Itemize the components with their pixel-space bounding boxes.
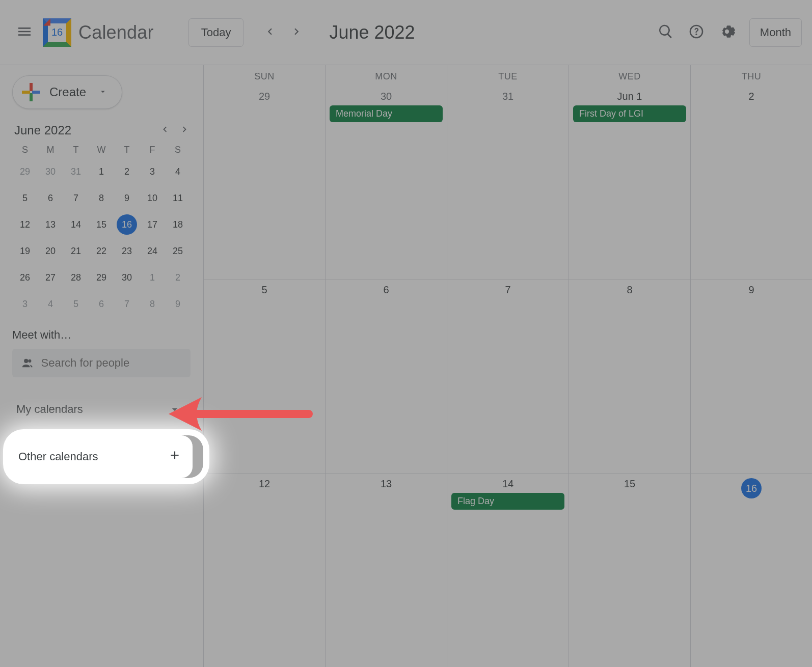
meet-with-search[interactable] [12,349,191,377]
mini-day[interactable]: 23 [117,241,137,261]
day-cell[interactable]: 15 [569,474,690,667]
header-date-title: June 2022 [329,22,415,43]
mini-day[interactable]: 21 [66,241,86,261]
day-number: 13 [381,478,392,490]
mini-day[interactable]: 31 [66,161,86,182]
my-calendars-header[interactable]: My calendars [12,398,185,421]
mini-day[interactable]: 26 [15,267,35,288]
prev-month-button[interactable] [258,20,281,45]
mini-day[interactable]: 30 [40,161,61,182]
mini-day[interactable]: 29 [15,161,35,182]
view-switcher[interactable]: Month [749,18,802,47]
day-cell[interactable]: 13 [325,474,447,667]
mini-day[interactable]: 30 [117,267,137,288]
other-calendars-header[interactable]: Other calendars [9,435,193,478]
mini-day[interactable]: 19 [15,241,35,261]
mini-day[interactable]: 11 [168,188,188,208]
event-chip[interactable]: First Day of LGI [573,105,686,122]
main-menu-button[interactable] [10,17,39,48]
add-other-calendar-button[interactable] [168,449,181,465]
mini-day[interactable]: 4 [168,161,188,182]
day-cell[interactable]: Jun 1First Day of LGI [569,87,690,280]
app-header: 16 Calendar Today June 2022 Month [0,0,812,65]
day-cell[interactable]: 9 [690,280,812,473]
mini-day[interactable]: 17 [142,214,163,235]
mini-day[interactable]: 12 [15,214,35,235]
mini-day[interactable]: 8 [91,188,112,208]
mini-day[interactable]: 9 [168,294,188,314]
mini-dow: S [12,145,38,155]
mini-dow: F [140,145,165,155]
day-number: 31 [502,91,513,102]
mini-day[interactable]: 24 [142,241,163,261]
mini-day[interactable]: 7 [66,188,86,208]
event-chip[interactable]: Memorial Day [330,105,443,122]
mini-day[interactable]: 10 [142,188,163,208]
today-button[interactable]: Today [188,18,244,47]
mini-day[interactable]: 1 [142,267,163,288]
mini-day[interactable]: 14 [66,214,86,235]
mini-day[interactable]: 3 [142,161,163,182]
app-name: Calendar [78,22,154,43]
day-cell[interactable]: 16 [690,474,812,667]
mini-prev-month[interactable] [159,124,170,137]
create-dropdown-caret [98,85,107,99]
app-logo[interactable]: 16 Calendar [43,18,154,47]
day-number: 5 [261,284,267,296]
mini-day[interactable]: 13 [40,214,61,235]
meet-with-input[interactable] [41,356,181,370]
day-cell[interactable]: 2 [690,87,812,280]
help-button[interactable] [688,23,705,42]
mini-day[interactable]: 5 [15,188,35,208]
day-cell[interactable]: 31 [447,87,569,280]
mini-day[interactable]: 2 [168,267,188,288]
mini-day[interactable]: 16 [117,214,137,235]
next-month-button[interactable] [285,20,309,45]
mini-day[interactable]: 8 [142,294,163,314]
mini-day[interactable]: 1 [91,161,112,182]
people-icon [21,356,34,370]
mini-day[interactable]: 6 [40,188,61,208]
search-button[interactable] [658,23,674,42]
day-cell[interactable]: 14Flag Day [447,474,569,667]
mini-day[interactable]: 5 [66,294,86,314]
day-cell[interactable]: 12 [203,474,325,667]
mini-calendar-title: June 2022 [12,123,71,137]
mini-day[interactable]: 7 [117,294,137,314]
day-cell[interactable]: 29 [203,87,325,280]
mini-dow: M [38,145,63,155]
create-button[interactable]: Create [12,75,122,109]
mini-day[interactable]: 9 [117,188,137,208]
mini-dow: T [114,145,140,155]
day-cell[interactable]: 5 [203,280,325,473]
day-cell[interactable]: 30Memorial Day [325,87,447,280]
mini-day[interactable]: 18 [168,214,188,235]
mini-day[interactable]: 27 [40,267,61,288]
mini-day[interactable]: 25 [168,241,188,261]
mini-next-month[interactable] [179,124,191,137]
day-number: 16 [741,478,762,498]
mini-dow: T [63,145,89,155]
day-number: 9 [748,284,754,296]
chevron-right-icon [290,25,304,38]
mini-day[interactable]: 20 [40,241,61,261]
mini-day[interactable]: 3 [15,294,35,314]
hamburger-icon [16,23,33,40]
event-chip[interactable]: Flag Day [451,493,564,510]
plus-icon [168,449,181,462]
mini-day[interactable]: 28 [66,267,86,288]
mini-day[interactable]: 6 [91,294,112,314]
day-number: Jun 1 [617,91,642,102]
grid-dow: TUE [447,65,569,87]
mini-day[interactable]: 22 [91,241,112,261]
day-number: 12 [259,478,270,490]
day-cell[interactable]: 7 [447,280,569,473]
day-number: 15 [624,478,635,490]
mini-day[interactable]: 4 [40,294,61,314]
day-cell[interactable]: 6 [325,280,447,473]
mini-day[interactable]: 29 [91,267,112,288]
day-cell[interactable]: 8 [569,280,690,473]
settings-button[interactable] [719,23,735,42]
mini-day[interactable]: 2 [117,161,137,182]
mini-day[interactable]: 15 [91,214,112,235]
